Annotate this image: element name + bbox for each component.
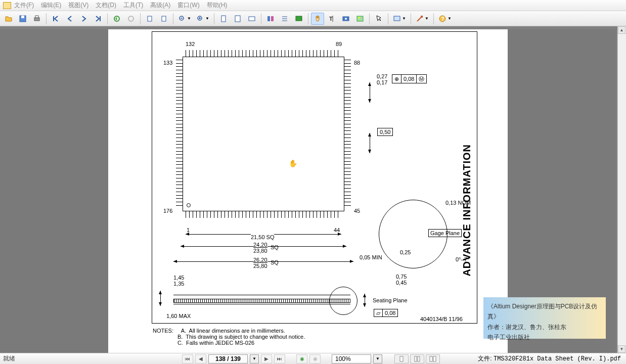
svg-rect-28 (394, 16, 400, 21)
menu-edit[interactable]: 编辑(E) (41, 1, 61, 10)
image-button[interactable] (353, 13, 367, 25)
dim-160max: 1,60 MAX (166, 313, 191, 319)
vertical-scrollbar[interactable]: ▲ ▼ (617, 26, 626, 353)
dim-025: 0,25 (400, 249, 411, 255)
back-status-button[interactable]: ◉ (296, 354, 307, 363)
seating-arrow (365, 294, 365, 307)
link-button[interactable]: ▼ (414, 13, 431, 25)
dim-arrow-pinwidth (370, 82, 370, 103)
fit-page-button[interactable] (231, 13, 244, 25)
actual-size-button[interactable] (217, 13, 230, 25)
save-button[interactable] (16, 13, 29, 25)
rotate-right-button[interactable] (157, 13, 170, 25)
fit-width-button[interactable] (245, 13, 258, 25)
last-page-status-button[interactable]: ⏭ (274, 354, 285, 363)
sq-26: SQ (271, 259, 279, 265)
zoom-out-button[interactable]: ▼ (176, 13, 193, 25)
watermark-line2: 作者：谢龙汉、鲁力、张桂东 (487, 322, 602, 332)
screen-button[interactable] (292, 13, 305, 25)
dim-005min: 0,05 MIN (360, 254, 382, 260)
select-button[interactable] (372, 13, 385, 25)
menu-file[interactable]: 文件(F) (14, 1, 34, 10)
flatness-icon: ⏥ (374, 309, 383, 316)
separator (369, 13, 370, 24)
dim-045: 0,45 (396, 280, 407, 286)
find-button[interactable] (264, 13, 277, 25)
display-mode-button[interactable]: ▼ (391, 13, 408, 25)
svg-rect-34 (430, 356, 432, 361)
note-b: B. (177, 334, 183, 340)
next-page-button[interactable] (77, 13, 91, 25)
dim-050-box: 0,50 (377, 128, 393, 136)
separator (388, 13, 388, 24)
next-page-status-button[interactable]: ▶ (261, 354, 272, 363)
first-page-status-button[interactable]: ⏮ (182, 354, 193, 363)
note-a-text: All linear dimensions are in millimeters… (189, 328, 285, 334)
back-button[interactable] (110, 13, 123, 25)
text-select-button[interactable]: T (325, 13, 338, 25)
flat-008: 0,08 (383, 309, 397, 316)
tol-m: Ⓜ (417, 75, 426, 83)
pin-176-label: 176 (163, 208, 172, 214)
pins-left (176, 60, 183, 208)
list-button[interactable] (278, 13, 291, 25)
docnum: 4040134/B 11/96 (420, 316, 463, 322)
svg-rect-33 (418, 356, 420, 361)
filename: TMS320F281x Data Sheet (Rev. I).pdf (494, 355, 621, 362)
single-page-view-button[interactable] (394, 354, 409, 363)
svg-rect-14 (235, 16, 240, 22)
svg-rect-7 (162, 16, 166, 21)
status-ready: 就绪 (0, 354, 15, 363)
svg-rect-17 (271, 16, 274, 21)
dim-017: 0,17 (377, 79, 387, 85)
print-button[interactable] (30, 13, 43, 25)
dim-145: 1,45 (173, 275, 184, 281)
svg-rect-3 (35, 16, 38, 18)
forward-status-button[interactable]: ◉ (309, 354, 321, 363)
seating-circle (329, 287, 357, 315)
menu-tool[interactable]: 工具(T) (123, 1, 143, 10)
page-number-input[interactable] (208, 354, 248, 363)
facing-view-button[interactable] (426, 354, 440, 363)
prev-page-button[interactable] (63, 13, 76, 25)
first-page-button[interactable] (49, 13, 62, 25)
page-dropdown[interactable]: ▼ (250, 354, 259, 363)
dim-027: 0,27 (377, 73, 387, 79)
svg-rect-6 (148, 16, 152, 21)
menubar: 文件(F) 编辑(E) 视图(V) 文档(D) 工具(T) 高级(A) 窗口(W… (0, 0, 626, 11)
dim-075: 0,75 (396, 274, 407, 280)
prev-page-status-button[interactable]: ◀ (195, 354, 206, 363)
scroll-up-button[interactable]: ▲ (618, 26, 625, 34)
statusbar: 就绪 ⏮ ◀ ▼ ▶ ⏭ ◉ ◉ ▼ 文件: TMS320F281x Data … (0, 353, 626, 364)
forward-button[interactable] (124, 13, 138, 25)
svg-rect-13 (221, 16, 226, 22)
menu-win[interactable]: 窗口(W) (177, 1, 199, 10)
separator (140, 13, 141, 24)
separator (433, 13, 434, 24)
dim-arrow-height (160, 291, 161, 306)
open-button[interactable] (2, 13, 15, 25)
zoom-in-button[interactable]: ▼ (194, 13, 211, 25)
side-profile (173, 295, 350, 306)
document-area[interactable]: ADVANCE INFORMATION 132 89 133 88 176 45… (0, 26, 626, 353)
menu-adv[interactable]: 高级(A) (150, 1, 170, 10)
last-page-button[interactable] (92, 13, 105, 25)
zoom-dropdown[interactable]: ▼ (373, 354, 382, 363)
dim-135: 1,35 (173, 281, 184, 287)
zoom-input[interactable] (332, 354, 371, 363)
svg-point-4 (114, 16, 119, 21)
snapshot-button[interactable] (339, 13, 352, 25)
note-c: C. (177, 340, 183, 346)
svg-text:T: T (329, 16, 333, 22)
menu-doc[interactable]: 文档(D) (96, 1, 116, 10)
continuous-view-button[interactable] (410, 354, 424, 363)
menu-help[interactable]: 帮助(H) (207, 1, 228, 10)
help-button[interactable]: ?▼ (436, 13, 454, 25)
rotate-left-button[interactable] (143, 13, 156, 25)
flatness-box: ⏥0,08 (374, 309, 398, 317)
scroll-down-button[interactable]: ▼ (618, 345, 625, 353)
menu-view[interactable]: 视图(V) (68, 1, 88, 10)
hand-tool-button[interactable] (311, 13, 324, 25)
position-icon: ⊕ (392, 75, 401, 83)
svg-rect-26 (357, 16, 363, 21)
